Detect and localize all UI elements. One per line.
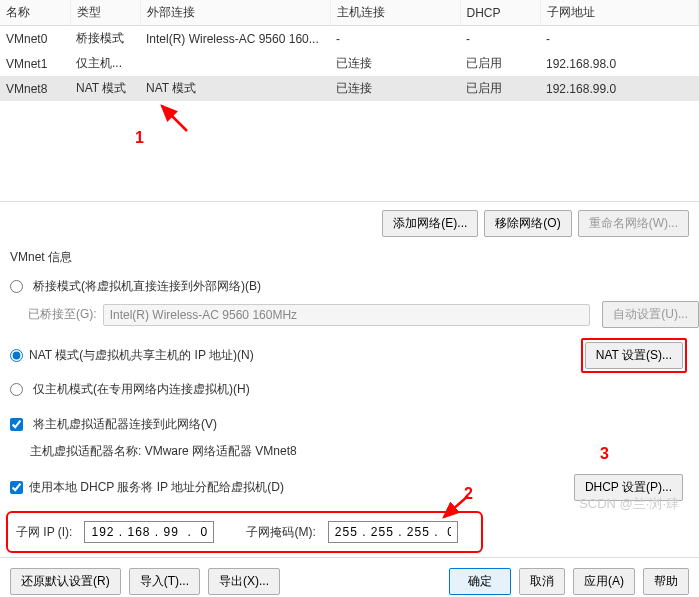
- network-button-bar: 添加网络(E)... 移除网络(O) 重命名网络(W)...: [0, 202, 699, 245]
- connect-host-label: 将主机虚拟适配器连接到此网络(V): [33, 416, 217, 433]
- col-name[interactable]: 名称: [0, 0, 70, 26]
- remove-network-button[interactable]: 移除网络(O): [484, 210, 571, 237]
- col-subnet[interactable]: 子网地址: [540, 0, 699, 26]
- annotation-area-1: 1: [0, 101, 699, 201]
- bridge-radio-row[interactable]: 桥接模式(将虚拟机直接连接到外部网络)(B): [0, 272, 699, 301]
- svg-line-1: [162, 106, 187, 131]
- subnet-ip-input[interactable]: [84, 521, 214, 543]
- connect-host-checkbox[interactable]: [10, 418, 23, 431]
- cancel-button[interactable]: 取消: [519, 568, 565, 595]
- export-button[interactable]: 导出(X)...: [208, 568, 280, 595]
- svg-line-3: [444, 496, 468, 517]
- nat-label: NAT 模式(与虚拟机共享主机的 IP 地址)(N): [29, 347, 254, 364]
- dhcp-settings-button[interactable]: DHCP 设置(P)...: [574, 474, 683, 501]
- subnet-mask-label: 子网掩码(M):: [246, 524, 315, 541]
- help-button[interactable]: 帮助: [643, 568, 689, 595]
- add-network-button[interactable]: 添加网络(E)...: [382, 210, 478, 237]
- subnet-ip-label: 子网 IP (I):: [16, 524, 72, 541]
- bridged-to-label: 已桥接至(G):: [28, 306, 97, 323]
- annotation-label-1: 1: [135, 129, 144, 147]
- table-row[interactable]: VMnet1 仅主机... 已连接 已启用 192.168.98.0: [0, 51, 699, 76]
- apply-button[interactable]: 应用(A): [573, 568, 635, 595]
- arrow-icon: [438, 493, 478, 523]
- hostonly-radio[interactable]: [10, 383, 23, 396]
- subnet-mask-input[interactable]: [328, 521, 458, 543]
- table-row[interactable]: VMnet0 桥接模式 Intel(R) Wireless-AC 9560 16…: [0, 26, 699, 52]
- vmnet-table[interactable]: 名称 类型 外部连接 主机连接 DHCP 子网地址 VMnet0 桥接模式 In…: [0, 0, 699, 101]
- arrow-icon: [152, 101, 202, 136]
- col-type[interactable]: 类型: [70, 0, 140, 26]
- hostonly-radio-row[interactable]: 仅主机模式(在专用网络内连接虚拟机)(H): [0, 375, 699, 404]
- vmnet-info-title: VMnet 信息: [0, 245, 699, 272]
- annotation-label-3: 3: [600, 445, 609, 463]
- col-dhcp[interactable]: DHCP: [460, 0, 540, 26]
- bridge-label: 桥接模式(将虚拟机直接连接到外部网络)(B): [33, 278, 261, 295]
- dhcp-checkbox[interactable]: [10, 481, 23, 494]
- auto-settings-button[interactable]: 自动设置(U)...: [602, 301, 699, 328]
- nat-settings-button[interactable]: NAT 设置(S)...: [585, 342, 683, 369]
- bridge-adapter-combo[interactable]: Intel(R) Wireless-AC 9560 160MHz: [103, 304, 591, 326]
- bottom-button-bar: 还原默认设置(R) 导入(T)... 导出(X)... 确定 取消 应用(A) …: [0, 557, 699, 597]
- col-ext[interactable]: 外部连接: [140, 0, 330, 26]
- rename-network-button[interactable]: 重命名网络(W)...: [578, 210, 689, 237]
- dhcp-label: 使用本地 DHCP 服务将 IP 地址分配给虚拟机(D): [29, 479, 284, 496]
- table-row-selected[interactable]: VMnet8 NAT 模式 NAT 模式 已连接 已启用 192.168.99.…: [0, 76, 699, 101]
- restore-defaults-button[interactable]: 还原默认设置(R): [10, 568, 121, 595]
- host-adapter-name: 主机虚拟适配器名称: VMware 网络适配器 VMnet8: [0, 439, 699, 468]
- ok-button[interactable]: 确定: [449, 568, 511, 595]
- hostonly-label: 仅主机模式(在专用网络内连接虚拟机)(H): [33, 381, 250, 398]
- col-host[interactable]: 主机连接: [330, 0, 460, 26]
- import-button[interactable]: 导入(T)...: [129, 568, 200, 595]
- bridge-radio[interactable]: [10, 280, 23, 293]
- nat-radio[interactable]: [10, 349, 23, 362]
